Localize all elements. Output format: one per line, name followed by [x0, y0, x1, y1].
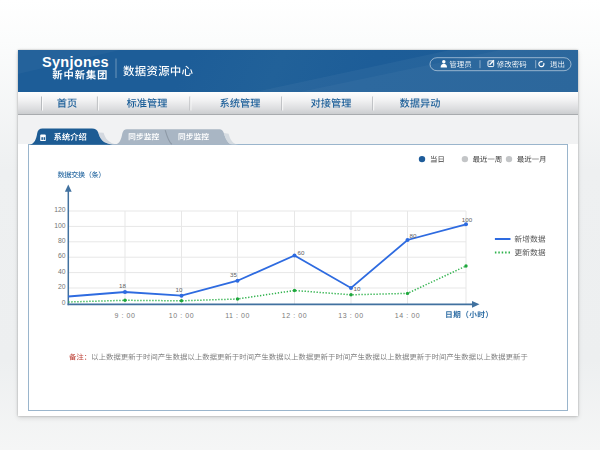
svg-text:80: 80 — [410, 232, 417, 239]
svg-text:13 : 00: 13 : 00 — [338, 312, 363, 319]
svg-text:0: 0 — [62, 299, 66, 306]
svg-text:80: 80 — [58, 237, 66, 244]
svg-text:35: 35 — [230, 271, 237, 278]
svg-text:11 : 00: 11 : 00 — [225, 312, 250, 319]
svg-text:10 : 00: 10 : 00 — [169, 312, 194, 319]
svg-text:9 : 00: 9 : 00 — [115, 312, 136, 319]
svg-text:100: 100 — [462, 216, 473, 223]
svg-text:120: 120 — [54, 206, 66, 213]
svg-text:10: 10 — [176, 286, 183, 293]
svg-text:20: 20 — [58, 283, 66, 290]
svg-text:60: 60 — [58, 252, 66, 259]
svg-text:100: 100 — [54, 222, 66, 229]
svg-text:18: 18 — [119, 282, 126, 289]
svg-text:12 : 00: 12 : 00 — [282, 312, 307, 319]
svg-text:60: 60 — [298, 249, 305, 256]
svg-text:14 : 00: 14 : 00 — [395, 312, 420, 319]
svg-text:40: 40 — [58, 268, 66, 275]
svg-text:10: 10 — [354, 285, 361, 292]
